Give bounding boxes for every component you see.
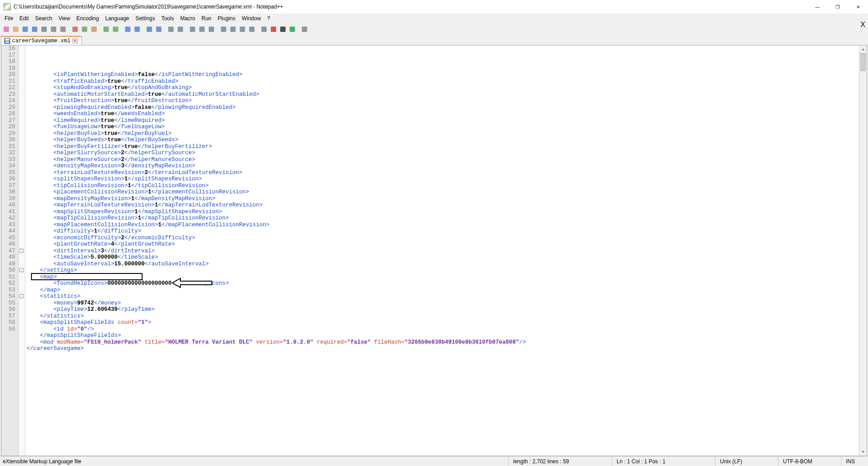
code-line[interactable]: <mapTerrainLodTextureRevision>1</mapTerr… xyxy=(27,202,859,209)
code-line[interactable]: <mapDensityMapRevision>1</mapDensityMapR… xyxy=(27,196,859,202)
fold-toggle-icon[interactable]: - xyxy=(19,249,23,253)
wrap-icon[interactable] xyxy=(188,25,197,34)
save-icon[interactable] xyxy=(21,25,30,34)
scroll-track[interactable] xyxy=(859,53,867,448)
code-line[interactable]: <helperSlurrySource>2</helperSlurrySourc… xyxy=(27,150,859,157)
text-area[interactable]: <isPlantWitheringEnabled>false</isPlantW… xyxy=(26,45,859,456)
menu-settings[interactable]: Settings xyxy=(133,14,157,22)
new-file-icon[interactable] xyxy=(2,25,11,34)
code-line[interactable]: <helperBuySeeds>true</helperBuySeeds> xyxy=(27,137,859,143)
doc-map-icon[interactable] xyxy=(228,25,237,34)
menu-file[interactable]: File xyxy=(2,14,16,22)
scroll-down-icon[interactable]: ▾ xyxy=(859,448,867,456)
scroll-up-icon[interactable]: ▴ xyxy=(859,45,867,53)
code-line[interactable]: <helperBuyFertilizer>true</helperBuyFert… xyxy=(27,143,859,150)
sync-h-icon[interactable] xyxy=(176,25,185,34)
menu-view[interactable]: View xyxy=(56,14,73,22)
menu-edit[interactable]: Edit xyxy=(17,14,31,22)
code-line[interactable] xyxy=(27,352,859,359)
fold-toggle-icon[interactable]: - xyxy=(19,268,23,272)
play-icon[interactable] xyxy=(288,25,297,34)
scroll-thumb[interactable] xyxy=(860,53,866,71)
menu-?[interactable]: ? xyxy=(264,14,273,22)
fold-column[interactable]: --- xyxy=(18,45,25,456)
code-line[interactable]: </careerSavegame> xyxy=(27,345,859,352)
code-line[interactable]: <playTime>12.606439</playTime> xyxy=(27,306,859,313)
menu-run[interactable]: Run xyxy=(199,14,214,22)
code-line[interactable]: <economicDifficulty>2</economicDifficult… xyxy=(27,235,859,242)
tab-close-icon[interactable]: ✕ xyxy=(72,38,78,44)
run-icon[interactable] xyxy=(300,25,309,34)
find-icon[interactable] xyxy=(123,25,132,34)
fold-toggle-icon[interactable]: - xyxy=(19,294,23,298)
record-icon[interactable] xyxy=(269,25,278,34)
save-all-icon[interactable] xyxy=(30,25,39,34)
close-button[interactable]: ✕ xyxy=(848,0,868,13)
file-tab[interactable]: careerSavegame.xml ✕ xyxy=(1,36,82,45)
zoom-out-icon[interactable] xyxy=(154,25,163,34)
code-line[interactable]: <densityMapRevision>3</densityMapRevisio… xyxy=(27,163,859,170)
close-icon[interactable] xyxy=(40,25,49,34)
menu-encoding[interactable]: Encoding xyxy=(74,14,102,22)
code-line[interactable]: <plantGrowthRate>4</plantGrowthRate> xyxy=(27,241,859,248)
cut-icon[interactable] xyxy=(71,25,80,34)
code-line[interactable]: <placementCollisionRevision>1</placement… xyxy=(27,189,859,196)
func-list-icon[interactable] xyxy=(238,25,247,34)
code-line[interactable]: <splitShapesRevision>1</splitShapesRevis… xyxy=(27,176,859,183)
copy-icon[interactable] xyxy=(80,25,89,34)
code-line[interactable]: <mod modName="FS19_holmerPack" title="HO… xyxy=(27,339,859,346)
code-line[interactable]: </mapsSplitShapeFileIds> xyxy=(27,332,859,339)
code-line[interactable]: <trafficEnabled>true</trafficEnabled> xyxy=(27,78,859,85)
zoom-in-icon[interactable] xyxy=(145,25,154,34)
code-line[interactable]: <id id="0"/> xyxy=(27,326,859,333)
code-line[interactable]: <fuelUsageLow>true</fuelUsageLow> xyxy=(27,124,859,130)
undo-icon[interactable] xyxy=(102,25,111,34)
code-line[interactable]: <difficulty>1</difficulty> xyxy=(27,228,859,235)
code-line[interactable]: <timeScale>5.000000</timeScale> xyxy=(27,254,859,261)
menu-language[interactable]: Language xyxy=(103,14,132,22)
code-line[interactable]: <plowingRequiredEnabled>false</plowingRe… xyxy=(27,104,859,111)
maximize-button[interactable]: ❐ xyxy=(828,0,848,13)
code-line[interactable]: <limeRequired>true</limeRequired> xyxy=(27,117,859,124)
code-line[interactable]: <isPlantWitheringEnabled>false</isPlantW… xyxy=(27,72,859,78)
code-line[interactable]: <mapPlacementCollisionRevision>1</mapPla… xyxy=(27,222,859,229)
vertical-scrollbar[interactable]: ▴ ▾ xyxy=(859,45,867,456)
code-line[interactable]: <weedsEnabled>true</weedsEnabled> xyxy=(27,111,859,117)
redo-icon[interactable] xyxy=(111,25,120,34)
minimize-button[interactable]: — xyxy=(807,0,828,13)
open-file-icon[interactable] xyxy=(11,25,20,34)
sync-v-icon[interactable] xyxy=(166,25,175,34)
replace-icon[interactable] xyxy=(133,25,142,34)
paste-icon[interactable] xyxy=(89,25,98,34)
code-line[interactable]: <automaticMotorStartEnabled>true</automa… xyxy=(27,91,859,98)
code-line[interactable]: </statistics> xyxy=(27,313,859,320)
all-chars-icon[interactable] xyxy=(197,25,206,34)
client-area-close[interactable]: X xyxy=(860,21,865,29)
code-line[interactable]: <mapsSplitShapeFileIds count="1"> xyxy=(27,319,859,326)
code-line[interactable]: <money>99742</money> xyxy=(27,300,859,307)
status-eol[interactable]: Unix (LF) xyxy=(715,457,778,466)
code-line[interactable]: <dirtInterval>3</dirtInterval> xyxy=(27,248,859,255)
menu-macro[interactable]: Macro xyxy=(178,14,198,22)
menu-window[interactable]: Window xyxy=(239,14,264,22)
menu-tools[interactable]: Tools xyxy=(159,14,177,22)
code-line[interactable]: <tipCollisionRevision>1</tipCollisionRev… xyxy=(27,183,859,189)
menu-search[interactable]: Search xyxy=(32,14,55,22)
code-line[interactable]: <autoSaveInterval>15.000000</autoSaveInt… xyxy=(27,261,859,268)
stop-icon[interactable] xyxy=(278,25,287,34)
monitor-icon[interactable] xyxy=(260,25,268,34)
indent-guide-icon[interactable] xyxy=(207,25,216,34)
code-line[interactable]: <mapSplitShapesRevision>1</mapSplitShape… xyxy=(27,209,859,215)
lang-icon[interactable] xyxy=(219,25,228,34)
menu-plugins[interactable]: Plugins xyxy=(215,14,238,22)
folder-icon[interactable] xyxy=(247,25,256,34)
code-line[interactable]: <helperManureSource>2</helperManureSourc… xyxy=(27,157,859,163)
code-line[interactable]: <terrainLodTextureRevision>2</terrainLod… xyxy=(27,170,859,176)
code-line[interactable]: <helperBuyFuel>true</helperBuyFuel> xyxy=(27,130,859,137)
code-line[interactable]: <mapTipCollisionRevision>1</mapTipCollis… xyxy=(27,215,859,222)
print-icon[interactable] xyxy=(58,25,67,34)
code-line[interactable]: <stopAndGoBraking>true</stopAndGoBraking… xyxy=(27,85,859,91)
close-all-icon[interactable] xyxy=(49,25,58,34)
status-insert-mode[interactable]: INS xyxy=(841,457,868,466)
code-line[interactable]: <fruitDestruction>true</fruitDestruction… xyxy=(27,98,859,104)
